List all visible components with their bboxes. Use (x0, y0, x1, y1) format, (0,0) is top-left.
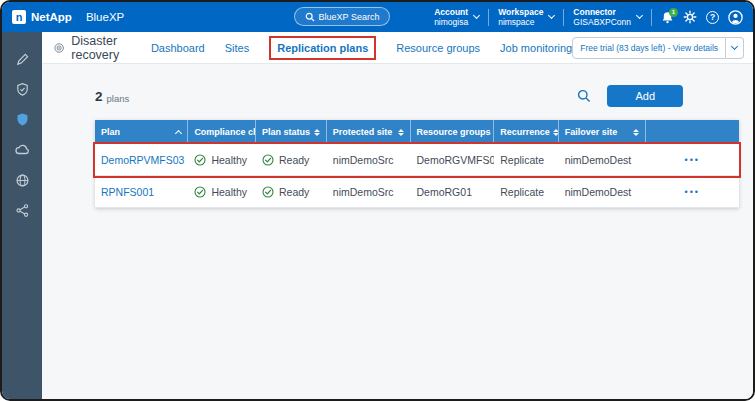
check-circle-icon (262, 186, 274, 198)
actions-cell: ••• (646, 155, 739, 165)
page-header: Disaster recovery Dashboard Sites Replic… (42, 32, 753, 64)
status-cell: Ready (256, 186, 327, 198)
tab-resource-groups[interactable]: Resource groups (396, 42, 480, 54)
row-actions-menu-button[interactable]: ••• (685, 155, 700, 165)
user-menu-button[interactable] (728, 10, 743, 25)
sort-icon (314, 129, 320, 136)
column-label: Recurrence (500, 127, 550, 137)
column-header-actions (646, 120, 739, 144)
topbar-right-cluster: Account nimogisa Workspace nimspace Conn… (434, 7, 743, 27)
tab-dashboard[interactable]: Dashboard (151, 42, 205, 54)
search-icon (305, 12, 315, 22)
chevron-down-icon (548, 12, 555, 19)
chevron-down-icon (473, 12, 480, 19)
tab-bar: Dashboard Sites Replication plans Resour… (151, 36, 572, 60)
connector-label: Connector (573, 7, 631, 17)
protected-site-value: nimDemoSrc (333, 186, 394, 198)
help-button[interactable]: ? (706, 11, 719, 24)
plans-toolbar: 2 plans Add (95, 84, 683, 108)
toolbar-right: Add (577, 85, 683, 107)
plan-cell: DemoRPVMFS03 (95, 154, 188, 166)
resource-groups-value: DemoRGVMFS03 (417, 154, 495, 166)
netapp-logo-letter: n (16, 11, 23, 23)
sidebar-item-health[interactable] (15, 82, 30, 97)
resource-groups-cell: DemoRG01 (411, 186, 495, 198)
account-menu[interactable]: Account nimogisa (434, 7, 479, 27)
sidebar-item-storage[interactable] (15, 52, 30, 67)
globe-icon (15, 173, 30, 188)
status-value: Ready (279, 186, 309, 198)
tab-sites[interactable]: Sites (225, 42, 249, 54)
column-label: Failover site (565, 127, 618, 137)
gear-icon (683, 10, 697, 24)
column-label: Compliance check (194, 127, 256, 137)
protected-site-value: nimDemoSrc (333, 154, 394, 166)
plan-link[interactable]: DemoRPVMFS03 (101, 154, 184, 166)
compliance-value: Healthy (211, 186, 247, 198)
compliance-cell: Healthy (188, 154, 256, 166)
help-glyph: ? (710, 12, 715, 22)
protected-site-cell: nimDemoSrc (327, 154, 411, 166)
main-area: Disaster recovery Dashboard Sites Replic… (42, 32, 753, 399)
tab-replication-plans[interactable]: Replication plans (277, 42, 368, 54)
column-header-plan[interactable]: Plan (95, 120, 188, 144)
plan-count: 2 (95, 89, 103, 104)
shield-icon (15, 112, 30, 127)
free-trial-button[interactable]: Free trial (83 days left) - View details (572, 37, 726, 59)
failover-site-value: nimDemoDest (565, 154, 632, 166)
divider (651, 9, 652, 26)
compliance-cell: Healthy (188, 186, 256, 198)
sidebar-item-mobility[interactable] (14, 142, 30, 158)
check-circle-icon (194, 154, 206, 166)
recurrence-cell: Replicate (494, 186, 558, 198)
user-avatar-icon (728, 10, 743, 25)
row-actions-menu-button[interactable]: ••• (685, 187, 700, 197)
plan-link[interactable]: RPNFS001 (101, 186, 154, 198)
column-header-resource-groups[interactable]: Resource groups (411, 120, 495, 144)
settings-button[interactable] (683, 10, 697, 24)
recurrence-cell: Replicate (494, 154, 558, 166)
content-area: 2 plans Add Plan Comp (42, 64, 753, 208)
netapp-logo-icon: n (12, 10, 26, 24)
sidebar-item-extensions[interactable] (15, 203, 30, 218)
search-label: BlueXP Search (319, 12, 380, 22)
column-label: Protected site (333, 127, 393, 137)
column-header-recurrence[interactable]: Recurrence (494, 120, 558, 144)
protected-site-cell: nimDemoSrc (327, 186, 411, 198)
tab-job-monitoring[interactable]: Job monitoring (500, 42, 572, 54)
column-label: Plan (101, 127, 120, 137)
notifications-button[interactable]: 1 (661, 11, 674, 24)
bluexp-search-button[interactable]: BlueXP Search (294, 7, 390, 26)
status-cell: Ready (256, 154, 327, 166)
annotation-box-tab: Replication plans (269, 36, 376, 60)
workspace-label: Workspace (498, 7, 543, 17)
add-button[interactable]: Add (607, 85, 683, 107)
connector-value: GISABXPConn (573, 17, 631, 27)
status-value: Ready (279, 154, 309, 166)
column-header-failover-site[interactable]: Failover site (559, 120, 646, 144)
notification-badge: 1 (669, 8, 678, 17)
page-title: Disaster recovery (71, 34, 127, 62)
connector-menu[interactable]: Connector GISABXPConn (573, 7, 642, 27)
resource-groups-value: DemoRG01 (417, 186, 472, 198)
failover-site-cell: nimDemoDest (559, 154, 646, 166)
compliance-value: Healthy (211, 154, 247, 166)
column-header-plan-status[interactable]: Plan status (256, 120, 327, 144)
product-name: BlueXP (86, 11, 124, 23)
table-search-icon[interactable] (577, 89, 591, 103)
divider (488, 9, 489, 26)
sidebar-item-protection-active[interactable] (15, 112, 30, 127)
workspace-value: nimspace (498, 17, 543, 27)
bluexp-window: n NetApp BlueXP BlueXP Search Account ni… (0, 0, 755, 401)
table-row: DemoRPVMFS03 Healthy (95, 144, 739, 176)
disaster-recovery-icon (54, 39, 64, 57)
free-trial-dropdown-button[interactable] (726, 37, 744, 59)
chevron-down-icon (636, 12, 643, 19)
workspace-menu[interactable]: Workspace nimspace (498, 7, 554, 27)
failover-site-cell: nimDemoDest (559, 186, 646, 198)
actions-cell: ••• (646, 187, 739, 197)
share-network-icon (15, 203, 30, 218)
column-header-compliance-check[interactable]: Compliance check (188, 120, 256, 144)
sidebar-item-governance[interactable] (15, 173, 30, 188)
column-header-protected-site[interactable]: Protected site (327, 120, 411, 144)
